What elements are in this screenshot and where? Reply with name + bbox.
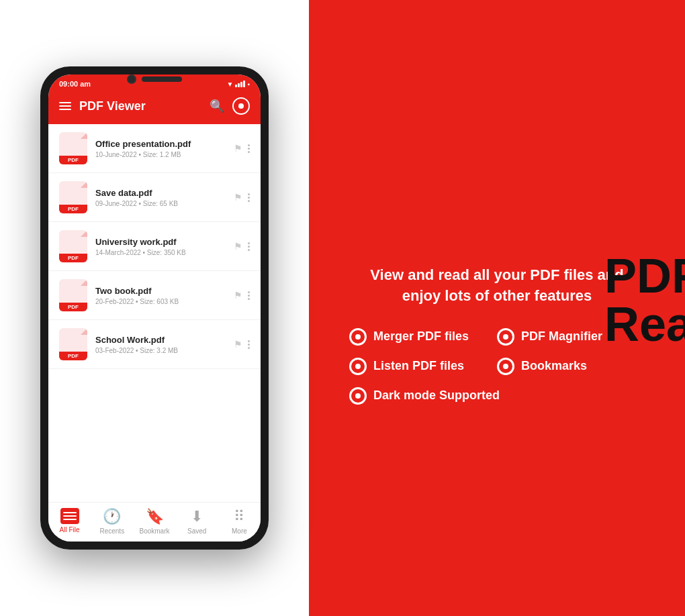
main-container: 09:00 am ▼ ▪ bbox=[0, 0, 685, 616]
feature-circle-merger bbox=[349, 328, 367, 346]
phone-mockup: 09:00 am ▼ ▪ bbox=[40, 66, 269, 550]
feature-label-listen: Listen PDF files bbox=[373, 359, 464, 373]
more-options-5[interactable] bbox=[248, 340, 250, 349]
file-info-2: Save data.pdf 09-June-2022 • Size: 65 KB bbox=[95, 188, 226, 207]
pdf-label-4: PDF bbox=[59, 303, 87, 311]
pdf-icon-4: PDF bbox=[59, 279, 87, 311]
app-title: PDF Viewer bbox=[79, 99, 146, 113]
more-options-2[interactable] bbox=[248, 193, 250, 202]
file-name-1: Office presentation.pdf bbox=[95, 139, 226, 149]
file-info-3: University work.pdf 14-March-2022 • Size… bbox=[95, 237, 226, 256]
features-row-3: Dark mode Supported bbox=[349, 387, 645, 405]
feature-circle-bookmarks bbox=[497, 358, 514, 375]
feature-bookmarks: Bookmarks bbox=[497, 358, 631, 375]
saved-icon: ⬇ bbox=[191, 508, 203, 525]
feature-circle-darkmode bbox=[349, 387, 367, 405]
brightness-button[interactable] bbox=[232, 97, 250, 115]
file-actions-1: ⚑ bbox=[234, 143, 250, 154]
bookmark-nav-icon: 🔖 bbox=[146, 508, 164, 525]
nav-bookmark[interactable]: 🔖 Bookmark bbox=[133, 508, 175, 535]
file-item-5[interactable]: PDF School Work.pdf 03-Feb-2022 • Size: … bbox=[48, 320, 261, 369]
more-options-3[interactable] bbox=[248, 242, 250, 251]
more-options-1[interactable] bbox=[248, 144, 250, 153]
feature-listen: Listen PDF files bbox=[349, 358, 484, 375]
phone-speaker bbox=[142, 76, 182, 82]
pdf-label-5: PDF bbox=[59, 352, 87, 360]
feature-label-darkmode: Dark mode Supported bbox=[373, 389, 500, 403]
nav-label-more: More bbox=[232, 527, 247, 535]
feature-label-magnifier: PDF Magnifier bbox=[521, 329, 602, 344]
file-actions-2: ⚑ bbox=[234, 192, 250, 203]
file-meta-2: 09-June-2022 • Size: 65 KB bbox=[95, 200, 226, 207]
pdf-icon-1: PDF bbox=[59, 132, 87, 164]
file-item-4[interactable]: PDF Two book.pdf 20-Feb-2022 • Size: 603… bbox=[48, 271, 261, 320]
pdf-label-3: PDF bbox=[59, 254, 87, 262]
nav-saved[interactable]: ⬇ Saved bbox=[176, 508, 218, 535]
features-row-2: Listen PDF files Bookmarks bbox=[349, 358, 645, 375]
feature-label-merger: Merger PDF files bbox=[373, 329, 469, 344]
file-actions-5: ⚑ bbox=[234, 339, 250, 350]
file-name-3: University work.pdf bbox=[95, 237, 226, 247]
phone-notch bbox=[40, 74, 269, 84]
nav-more[interactable]: ⠿ More bbox=[218, 508, 261, 535]
nav-label-all-file: All File bbox=[60, 526, 80, 533]
promo-subtitle: View and read all your PDF files and enj… bbox=[349, 265, 645, 307]
header-left: PDF Viewer bbox=[59, 99, 146, 113]
feature-merger: Merger PDF files bbox=[349, 328, 484, 346]
recents-icon: 🕐 bbox=[103, 508, 121, 525]
more-options-4[interactable] bbox=[248, 291, 250, 300]
file-meta-1: 10-June-2022 • Size: 1.2 MB bbox=[95, 151, 226, 158]
pdf-icon-3: PDF bbox=[59, 230, 87, 262]
bookmark-icon-1[interactable]: ⚑ bbox=[234, 143, 242, 154]
app-header: PDF Viewer 🔍 bbox=[48, 91, 261, 124]
file-name-4: Two book.pdf bbox=[95, 286, 226, 296]
file-actions-3: ⚑ bbox=[234, 241, 250, 252]
features-grid: Merger PDF files PDF Magnifier Listen PD… bbox=[349, 328, 645, 405]
file-meta-4: 20-Feb-2022 • Size: 603 KB bbox=[95, 298, 226, 305]
nav-recents[interactable]: 🕐 Recents bbox=[91, 508, 133, 535]
menu-button[interactable] bbox=[59, 102, 71, 110]
file-name-5: School Work.pdf bbox=[95, 335, 226, 345]
pdf-icon-2: PDF bbox=[59, 181, 87, 213]
nav-all-file[interactable]: All File bbox=[48, 508, 91, 535]
promo-title: PDF Reader bbox=[604, 252, 685, 348]
phone-screen: 09:00 am ▼ ▪ bbox=[48, 74, 261, 542]
nav-label-recents: Recents bbox=[99, 527, 124, 535]
promo-content: PDF Reader View and read all your PDF fi… bbox=[322, 211, 645, 405]
features-row-1: Merger PDF files PDF Magnifier bbox=[349, 328, 645, 346]
more-nav-icon: ⠿ bbox=[234, 508, 244, 525]
search-button[interactable]: 🔍 bbox=[210, 99, 224, 113]
phone-camera bbox=[127, 74, 136, 84]
file-list: PDF Office presentation.pdf 10-June-2022… bbox=[48, 124, 261, 502]
bookmark-icon-5[interactable]: ⚑ bbox=[234, 339, 242, 350]
file-info-4: Two book.pdf 20-Feb-2022 • Size: 603 KB bbox=[95, 286, 226, 305]
feature-label-bookmarks: Bookmarks bbox=[521, 359, 587, 373]
file-info-1: Office presentation.pdf 10-June-2022 • S… bbox=[95, 139, 226, 158]
file-meta-5: 03-Feb-2022 • Size: 3.2 MB bbox=[95, 347, 226, 354]
bookmark-icon-4[interactable]: ⚑ bbox=[234, 290, 242, 301]
file-item-1[interactable]: PDF Office presentation.pdf 10-June-2022… bbox=[48, 124, 261, 173]
feature-darkmode: Dark mode Supported bbox=[349, 387, 500, 405]
promo-title-wrapper: PDF Reader bbox=[604, 252, 685, 348]
file-actions-4: ⚑ bbox=[234, 290, 250, 301]
file-item-3[interactable]: PDF University work.pdf 14-March-2022 • … bbox=[48, 222, 261, 271]
nav-label-bookmark: Bookmark bbox=[140, 527, 170, 535]
file-name-2: Save data.pdf bbox=[95, 188, 226, 198]
pdf-label-2: PDF bbox=[59, 205, 87, 213]
bottom-navigation: All File 🕐 Recents 🔖 Bookmark ⬇ Saved bbox=[48, 502, 261, 542]
file-item-2[interactable]: PDF Save data.pdf 09-June-2022 • Size: 6… bbox=[48, 173, 261, 222]
feature-circle-listen bbox=[349, 358, 367, 375]
feature-circle-magnifier bbox=[497, 328, 514, 346]
phone-outer-frame: 09:00 am ▼ ▪ bbox=[40, 66, 269, 550]
features-section: View and read all your PDF files and enj… bbox=[349, 211, 645, 405]
bookmark-icon-2[interactable]: ⚑ bbox=[234, 192, 242, 203]
pdf-icon-5: PDF bbox=[59, 328, 87, 360]
bookmark-icon-3[interactable]: ⚑ bbox=[234, 241, 242, 252]
header-right: 🔍 bbox=[210, 97, 250, 115]
file-info-5: School Work.pdf 03-Feb-2022 • Size: 3.2 … bbox=[95, 335, 226, 354]
all-file-icon bbox=[60, 508, 79, 524]
pdf-label-1: PDF bbox=[59, 156, 87, 164]
file-meta-3: 14-March-2022 • Size: 350 KB bbox=[95, 249, 226, 256]
nav-label-saved: Saved bbox=[187, 527, 206, 535]
